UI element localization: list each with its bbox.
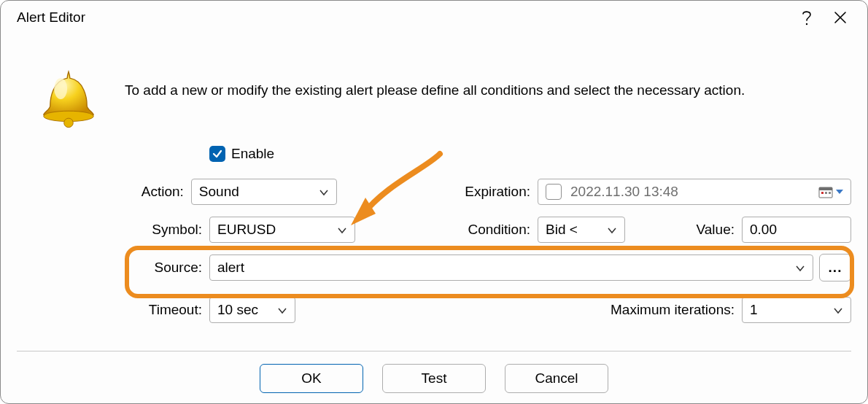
- action-select[interactable]: Sound: [191, 179, 337, 205]
- description-text: To add a new or modify the existing aler…: [125, 82, 851, 98]
- enable-label: Enable: [231, 146, 274, 162]
- footer-buttons: OK Test Cancel: [17, 364, 851, 393]
- bell-icon: [36, 66, 101, 132]
- maxiter-label: Maximum iterations:: [611, 302, 742, 318]
- timeout-select[interactable]: 10 sec: [209, 297, 295, 323]
- source-value: alert: [217, 260, 805, 276]
- symbol-select[interactable]: EURUSD: [209, 217, 355, 243]
- expiration-enable-checkbox[interactable]: [546, 184, 562, 200]
- close-icon: [834, 11, 847, 24]
- source-label: Source:: [125, 260, 209, 276]
- timeout-value: 10 sec: [217, 302, 287, 318]
- maxiter-select[interactable]: 1: [742, 297, 851, 323]
- help-icon: [802, 9, 812, 26]
- symbol-value: EURUSD: [217, 222, 347, 238]
- row-action-expiration: Action: Sound Expiration: 2022.11.30 13:…: [125, 177, 851, 206]
- value-value: 0.00: [750, 222, 843, 238]
- symbol-label: Symbol:: [125, 222, 209, 238]
- window-title: Alert Editor: [17, 9, 790, 26]
- value-input[interactable]: 0.00: [742, 217, 851, 243]
- divider: [17, 351, 851, 351]
- check-icon: [212, 149, 222, 159]
- alert-editor-window: Alert Editor: [0, 0, 868, 404]
- row-symbol-condition-value: Symbol: EURUSD Condition: Bid < Value:: [125, 215, 851, 244]
- ellipsis-icon: ...: [829, 260, 842, 276]
- row-source: Source: alert ...: [125, 253, 851, 282]
- cancel-button-label: Cancel: [535, 370, 578, 386]
- chevron-down-icon: [836, 188, 843, 195]
- source-browse-button[interactable]: ...: [819, 254, 851, 281]
- row-enable: Enable: [125, 139, 851, 168]
- condition-label: Condition:: [450, 222, 538, 238]
- test-button-label: Test: [422, 370, 447, 386]
- svg-point-3: [54, 78, 67, 99]
- form-area: Enable Action: Sound Expiration: 2022.11…: [125, 139, 851, 333]
- calendar-icon: [818, 185, 833, 198]
- expiration-value: 2022.11.30 13:48: [570, 184, 678, 200]
- cancel-button[interactable]: Cancel: [505, 364, 608, 393]
- maxiter-value: 1: [750, 302, 843, 318]
- svg-rect-5: [819, 187, 832, 190]
- enable-checkbox[interactable]: [209, 146, 225, 162]
- svg-rect-7: [825, 192, 827, 194]
- ok-button-label: OK: [301, 370, 321, 386]
- value-label: Value:: [676, 222, 742, 238]
- expiration-label: Expiration:: [465, 184, 538, 200]
- expiration-input[interactable]: 2022.11.30 13:48: [538, 179, 851, 205]
- timeout-label: Timeout:: [125, 302, 209, 318]
- dialog-body: To add a new or modify the existing aler…: [17, 44, 851, 393]
- svg-point-2: [64, 118, 74, 128]
- condition-select[interactable]: Bid <: [538, 217, 625, 243]
- svg-rect-8: [829, 192, 831, 194]
- calendar-picker[interactable]: [818, 185, 843, 198]
- help-button[interactable]: [790, 1, 824, 34]
- row-timeout-maxiter: Timeout: 10 sec Maximum iterations: 1: [125, 295, 851, 325]
- ok-button[interactable]: OK: [260, 364, 363, 393]
- source-combo[interactable]: alert: [209, 255, 813, 281]
- condition-value: Bid <: [546, 222, 617, 238]
- action-label: Action:: [125, 184, 191, 200]
- svg-point-0: [806, 23, 807, 25]
- action-value: Sound: [199, 184, 329, 200]
- titlebar: Alert Editor: [1, 1, 867, 34]
- test-button[interactable]: Test: [382, 364, 486, 393]
- close-button[interactable]: [824, 1, 857, 34]
- svg-rect-6: [821, 192, 824, 194]
